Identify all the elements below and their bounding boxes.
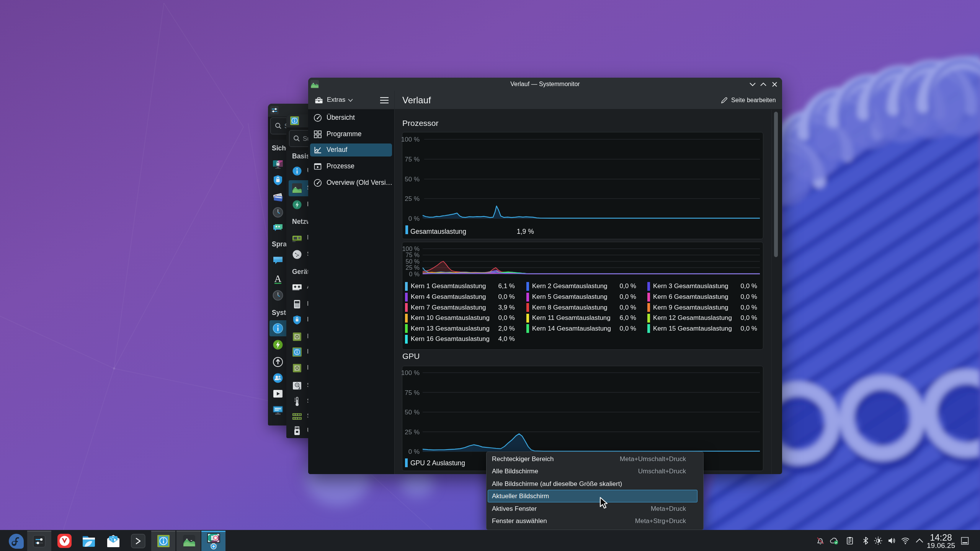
- svg-text:100 %: 100 %: [401, 369, 420, 377]
- svg-text:50 %: 50 %: [405, 409, 420, 416]
- svg-text:25 %: 25 %: [405, 429, 420, 436]
- svg-text:0 %: 0 %: [408, 448, 420, 455]
- svg-text:75 %: 75 %: [405, 389, 420, 396]
